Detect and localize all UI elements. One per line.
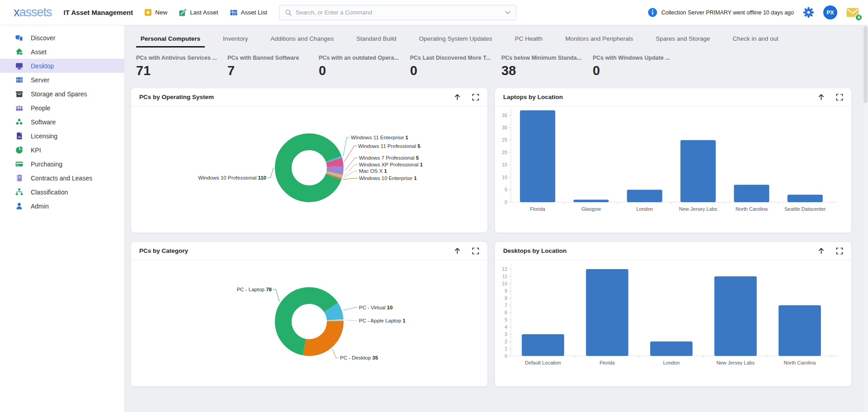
last-asset-button[interactable]: Last Asset [179, 9, 218, 16]
xassets-logo[interactable]: xassets [14, 5, 52, 19]
donut-label-pc-apple-laptop: PC - Apple Laptop 1 [359, 318, 406, 323]
sidebar-item-classification[interactable]: Classification [0, 185, 124, 199]
sidebar-item-label: Asset [31, 48, 47, 56]
command-search[interactable] [279, 5, 516, 20]
export-up-arrow-icon[interactable] [817, 247, 825, 255]
bar-north-carolina[interactable] [778, 305, 821, 356]
messages-icon[interactable]: 4 [846, 8, 859, 18]
sidebar-item-label: Admin [31, 203, 49, 210]
tab-standard-build[interactable]: Standard Build [352, 31, 401, 47]
table-icon [230, 9, 237, 16]
tab-check-in-and-out[interactable]: Check in and out [728, 31, 783, 47]
bar-new-jersey-labs[interactable] [680, 140, 716, 202]
main-content: Personal ComputersInventoryAdditions and… [125, 25, 868, 412]
x-category-label: Florida [530, 206, 546, 212]
chart-card-actions [453, 93, 479, 101]
tab-personal-computers[interactable]: Personal Computers [136, 31, 205, 47]
new-button[interactable]: New [145, 9, 167, 16]
donut-label-pc-virtual: PC - Virtual 10 [359, 305, 393, 310]
tab-pc-health[interactable]: PC Health [510, 31, 547, 47]
kpi-pcs-last-discovered-more-t[interactable]: PCs Last Discovered More T...0 [410, 55, 501, 78]
kpi-pcs-below-minimum-standa[interactable]: PCs below Minimum Standa...38 [501, 55, 593, 78]
devices-icon [15, 34, 23, 42]
bar-florida[interactable] [520, 110, 555, 202]
x-category-label: New Jersey Labs [679, 206, 717, 212]
y-tick-label: 10 [502, 281, 507, 286]
tab-monitors-and-peripherals[interactable]: Monitors and Peripherals [561, 31, 637, 47]
kpi-pcs-with-antivirus-services[interactable]: PCs with Antivirus Services ...71 [136, 55, 227, 78]
chart-card-actions [453, 247, 479, 255]
sidebar-item-label: Classification [31, 189, 68, 196]
kpi-pcs-with-an-outdated-opera[interactable]: PCs with an outdated Opera...0 [319, 55, 410, 78]
fullscreen-icon[interactable] [472, 247, 479, 255]
sidebar-item-purchasing[interactable]: Purchasing [0, 157, 124, 171]
sidebar-item-server[interactable]: Server [0, 73, 124, 87]
bar-new-jersey-labs[interactable] [714, 276, 757, 356]
donut-label-windows-10-enterprise: Windows 10 Enterprise 1 [359, 175, 417, 181]
sidebar-item-contracts-and-leases[interactable]: Contracts and Leases [0, 171, 124, 185]
x-category-label: London [663, 360, 680, 365]
bar-default-location[interactable] [522, 334, 564, 356]
tab-spares-and-storage[interactable]: Spares and Storage [651, 31, 714, 47]
chart-card-header: Desktops by Location [495, 242, 851, 260]
sidebar-item-licensing[interactable]: Licensing [0, 129, 124, 143]
sidebar-item-label: Software [31, 118, 56, 126]
topbar-actions: NewLast AssetAsset List [145, 9, 267, 16]
page-scrollbar[interactable] [862, 25, 868, 412]
fullscreen-icon[interactable] [836, 247, 843, 255]
bar-glasgow[interactable] [573, 200, 609, 202]
bar-seattle-datacenter[interactable] [788, 195, 823, 202]
tab-inventory[interactable]: Inventory [218, 31, 253, 47]
kpi-label: PCs with Antivirus Services ... [136, 55, 227, 61]
sidebar-item-discover[interactable]: Discover [0, 31, 124, 45]
export-up-arrow-icon[interactable] [453, 247, 461, 255]
donut-label-windows-10-professional: Windows 10 Professional 110 [198, 175, 266, 180]
settings-gear-icon[interactable] [803, 7, 814, 18]
chart-card-header: PCs by Operating System [131, 88, 487, 106]
export-up-arrow-icon[interactable] [817, 93, 825, 101]
y-tick-label: 4 [505, 324, 507, 330]
donut-label-line [343, 178, 358, 180]
action-label: Asset List [241, 9, 268, 16]
sidebar-item-desktop[interactable]: Desktop [0, 59, 124, 73]
search-input[interactable] [296, 9, 501, 16]
kpi-label: PCs with Windows Update ... [593, 55, 684, 61]
donut-label-mac-os-x: Mac OS X 1 [359, 168, 387, 174]
donut-label-windows-11-professional: Windows 11 Professional 5 [358, 143, 420, 149]
chevron-down-icon[interactable] [505, 11, 510, 14]
fullscreen-icon[interactable] [472, 94, 479, 101]
user-avatar[interactable]: PX [823, 5, 837, 19]
sidebar-item-people[interactable]: People [0, 101, 124, 115]
y-tick-label: 6 [505, 310, 507, 315]
tab-operating-system-updates[interactable]: Operating System Updates [415, 31, 497, 47]
y-tick-label: 3 [505, 331, 507, 337]
kpi-pcs-with-windows-update[interactable]: PCs with Windows Update ...0 [593, 55, 684, 78]
bar-london[interactable] [627, 190, 662, 202]
asset-list-button[interactable]: Asset List [230, 9, 268, 16]
credit-card-icon [15, 160, 23, 168]
y-tick-label: 0 [505, 199, 507, 205]
fullscreen-icon[interactable] [836, 94, 843, 101]
export-up-arrow-icon[interactable] [453, 93, 461, 101]
y-tick-label: 15 [502, 162, 507, 167]
sidebar-item-software[interactable]: Software [0, 115, 124, 129]
bar-north-carolina[interactable] [734, 185, 769, 202]
action-label: Last Asset [190, 9, 218, 16]
server-offline-notification[interactable]: Collection Server PRIMARY went offline 1… [648, 8, 794, 17]
kpi-pcs-with-banned-software[interactable]: PCs with Banned Software7 [227, 55, 319, 78]
y-tick-label: 8 [505, 295, 507, 301]
sidebar-item-storage-and-spares[interactable]: Storage and Spares [0, 87, 124, 101]
kpi-value: 0 [593, 63, 684, 78]
sidebar-item-label: KPI [31, 147, 41, 154]
donut-label-line [344, 146, 357, 162]
scrollbar-thumb[interactable] [863, 26, 868, 103]
sidebar-item-asset[interactable]: Asset [0, 45, 124, 59]
bar-london[interactable] [650, 341, 693, 356]
bar-florida[interactable] [586, 269, 628, 356]
tab-additions-and-changes[interactable]: Additions and Changes [266, 31, 339, 47]
topbar-right: Collection Server PRIMARY went offline 1… [648, 5, 859, 19]
kpi-label: PCs with an outdated Opera... [319, 55, 410, 61]
sidebar-item-kpi[interactable]: KPI [0, 143, 124, 157]
chart-card-pcs-by-operating-system: PCs by Operating SystemWindows 11 Enterp… [131, 88, 488, 233]
sidebar-item-admin[interactable]: Admin [0, 199, 124, 213]
